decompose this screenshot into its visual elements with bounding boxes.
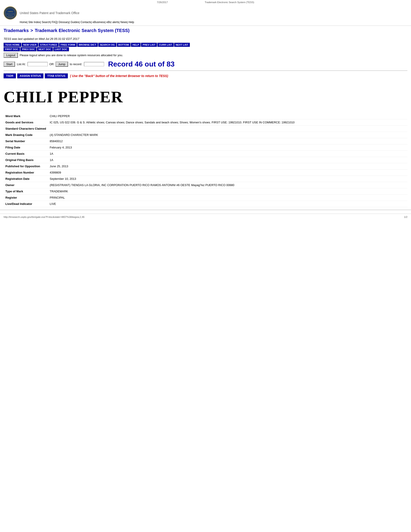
detail-value: June 25, 2013 xyxy=(48,163,407,170)
breadcrumb-separator: > xyxy=(30,28,33,33)
browser-date: 7/26/2017 xyxy=(157,1,168,4)
nav-site-index[interactable]: Site Index xyxy=(28,21,40,24)
btn-prev-doc[interactable]: PREV DOC xyxy=(20,47,36,51)
uspto-logo: USPTO UNITED STATES PATENT & TRADEMARK xyxy=(4,6,17,20)
nav-help[interactable]: Help xyxy=(129,21,134,24)
back-note: ( Use the "Back" button of the Internet … xyxy=(70,74,168,78)
svg-text:UNITED STATES: UNITED STATES xyxy=(6,13,14,15)
tsdr-button[interactable]: TSDR xyxy=(4,73,16,78)
detail-label: Type of Mark xyxy=(4,188,48,195)
ttab-status-button[interactable]: TTAB Status xyxy=(45,73,68,78)
detail-value: 85840012 xyxy=(48,138,407,144)
btn-prev-list[interactable]: PREV LIST xyxy=(141,43,157,47)
btn-first-doc[interactable]: FIRST DOC xyxy=(4,47,20,51)
nav-faq[interactable]: FAQ xyxy=(52,21,57,24)
detail-label: Registration Number xyxy=(4,170,48,176)
table-row: Owner(REGISTRANT) TIENDAS LA GLORIA, INC… xyxy=(4,182,407,188)
logout-message: Please logout when you are done to relea… xyxy=(20,54,123,57)
logout-row: Logout Please logout when you are done t… xyxy=(4,53,407,58)
btn-structured[interactable]: STRUCTURED xyxy=(38,43,59,47)
table-row: Goods and ServicesIC 025, US 022 039. G … xyxy=(4,119,407,126)
detail-value xyxy=(48,126,407,132)
detail-label: Original Filing Basis xyxy=(4,157,48,163)
table-row: Mark Drawing Code(4) STANDARD CHARACTER … xyxy=(4,132,407,138)
page-title-topbar: Trademark Electronic Search System (TESS… xyxy=(205,1,254,4)
nav-glossary[interactable]: Glossary xyxy=(58,21,69,24)
detail-value: PRINCIPAL xyxy=(48,195,407,201)
detail-label: Goods and Services xyxy=(4,119,48,126)
list-at-input[interactable] xyxy=(28,62,48,66)
nav-ebusiness[interactable]: eBusiness xyxy=(93,21,105,24)
nav-ebiz-alerts[interactable]: eBiz alerts xyxy=(106,21,119,24)
nav-news[interactable]: News xyxy=(121,21,127,24)
detail-label: Serial Number xyxy=(4,138,48,144)
jump-button[interactable]: Jump xyxy=(56,62,68,67)
trademarks-link[interactable]: Trademarks xyxy=(4,28,29,33)
btn-search-og[interactable]: SEARCH OG xyxy=(98,43,116,47)
detail-value: (4) STANDARD CHARACTER MARK xyxy=(48,132,407,138)
table-row: Registration Number4399809 xyxy=(4,170,407,176)
btn-browse-dict[interactable]: BROWSE DICT xyxy=(77,43,98,47)
svg-text:PATENT &: PATENT & xyxy=(8,15,13,16)
btn-next-list[interactable]: NEXT LIST xyxy=(174,43,190,47)
btn-bottom[interactable]: BOTTOM xyxy=(117,43,131,47)
detail-label: Word Mark xyxy=(4,113,48,119)
toolbar-row-1: TESS HOME NEW USER STRUCTURED FREE FORM … xyxy=(4,43,407,47)
tess-title: Trademark Electronic Search System (TESS… xyxy=(35,28,130,33)
mark-display: CHILI PEPPER xyxy=(4,81,407,111)
detail-value: 1A xyxy=(48,151,407,157)
table-row: Filing DateFebruary 4, 2013 xyxy=(4,144,407,151)
detail-label: Mark Drawing Code xyxy=(4,132,48,138)
table-row: RegisterPRINCIPAL xyxy=(4,195,407,201)
nav-search[interactable]: Search xyxy=(42,21,50,24)
nav-guides[interactable]: Guides xyxy=(71,21,79,24)
last-updated: TESS was last updated on Wed Jul 26 05:3… xyxy=(4,37,407,40)
assign-status-button[interactable]: ASSIGN Status xyxy=(17,73,44,78)
logout-button[interactable]: Logout xyxy=(4,53,18,58)
detail-value: TRADEMARK xyxy=(48,188,407,195)
table-row: Serial Number85840012 xyxy=(4,138,407,144)
btn-tess-home[interactable]: TESS HOME xyxy=(4,43,21,47)
detail-value: IC 025, US 022 039. G & S: Athletic shoe… xyxy=(48,119,407,126)
nav-home[interactable]: Home xyxy=(20,21,27,24)
footer: http://tmsearch.uspto.gov/bin/gate.exe?f… xyxy=(0,214,411,220)
breadcrumb: Trademarks > Trademark Electronic Search… xyxy=(0,26,411,34)
table-row: Original Filing Basis1A xyxy=(4,157,407,163)
action-row: TSDR ASSIGN Status TTAB Status ( Use the… xyxy=(4,73,407,78)
to-record-input[interactable] xyxy=(84,62,104,66)
btn-next-doc[interactable]: NEXT DOC xyxy=(37,47,53,51)
detail-value: 4399809 xyxy=(48,170,407,176)
detail-value: (REGISTRANT) TIENDAS LA GLORIA, INC CORP… xyxy=(48,182,407,188)
btn-help[interactable]: HELP xyxy=(131,43,140,47)
agency-name: United States Patent and Trademark Offic… xyxy=(20,11,79,15)
btn-new-user[interactable]: NEW USER xyxy=(22,43,38,47)
detail-label: Registration Date xyxy=(4,176,48,182)
nav-contacts[interactable]: Contacts xyxy=(81,21,91,24)
footer-divider xyxy=(0,210,411,210)
svg-text:USPTO: USPTO xyxy=(8,11,13,12)
record-count: Record 46 out of 83 xyxy=(108,60,175,68)
footer-url: http://tmsearch.uspto.gov/bin/gate.exe?f… xyxy=(4,216,84,218)
table-row: Published for OppositionJune 25, 2013 xyxy=(4,163,407,170)
toolbar-row-2: FIRST DOC PREV DOC NEXT DOC LAST DOC xyxy=(4,47,407,51)
detail-label: Live/Dead Indicator xyxy=(4,201,48,207)
detail-label: Published for Opposition xyxy=(4,163,48,170)
btn-free-form[interactable]: FREE FORM xyxy=(59,43,77,47)
detail-value: 1A xyxy=(48,157,407,163)
footer-page: 1/2 xyxy=(404,216,407,218)
or-label: OR xyxy=(49,62,54,66)
btn-curr-list[interactable]: CURR LIST xyxy=(157,43,174,47)
table-row: Live/Dead IndicatorLIVE xyxy=(4,201,407,207)
table-row: Current Basis1A xyxy=(4,151,407,157)
detail-value: September 10, 2013 xyxy=(48,176,407,182)
start-button[interactable]: Start xyxy=(4,62,15,67)
detail-label: Current Basis xyxy=(4,151,48,157)
list-at-label: List At: xyxy=(17,62,26,66)
detail-value: February 4, 2013 xyxy=(48,144,407,151)
table-row: Registration DateSeptember 10, 2013 xyxy=(4,176,407,182)
detail-label: Owner xyxy=(4,182,48,188)
detail-label: Standard Characters Claimed xyxy=(4,126,48,132)
btn-last-doc[interactable]: LAST DOC xyxy=(53,47,69,51)
svg-text:TRADEMARK: TRADEMARK xyxy=(7,16,13,18)
detail-table: Word MarkCHILI PEPPERGoods and ServicesI… xyxy=(4,113,407,207)
